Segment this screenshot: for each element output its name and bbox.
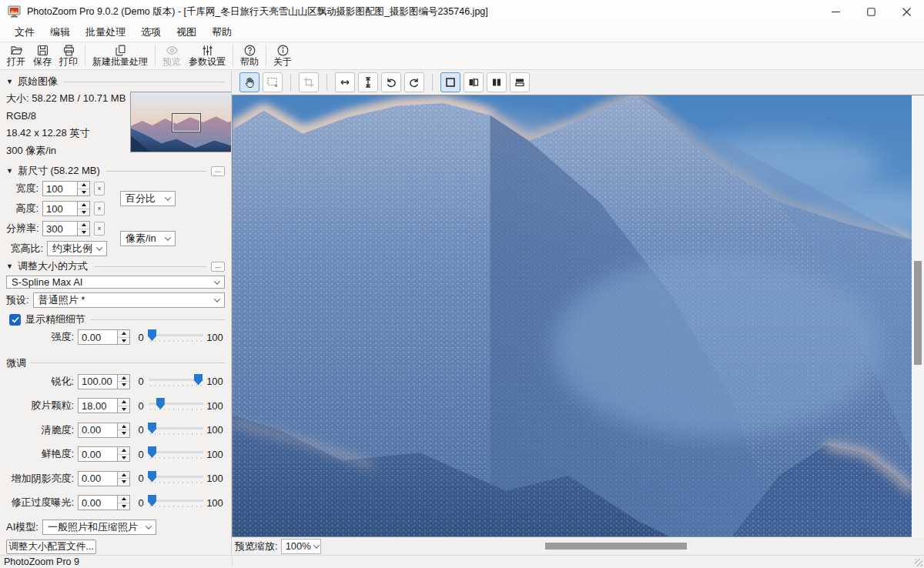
fix-overexposure-input[interactable]: 0.00 [78,495,118,510]
settings-panel: ▼ 原始图像 大小: 58.22 MB / 10.71 MB RGB/8 18.… [0,70,232,555]
hand-tool-button[interactable] [239,72,259,92]
resize-grip[interactable] [915,559,922,566]
crispness-stepper[interactable] [118,423,130,438]
slider-thumb[interactable] [156,398,165,409]
method-section-header[interactable]: ▼ 调整大小的方式 ... [6,259,225,273]
vividness-stepper[interactable] [118,446,130,462]
slider-thumb[interactable] [148,495,156,506]
new-batch-button[interactable]: 新建批量处理 [89,43,152,68]
about-button[interactable]: 关于 [270,43,296,68]
flip-vertical-icon [362,76,374,89]
strength-stepper[interactable] [118,329,130,345]
slider-thumb[interactable] [148,329,156,341]
menu-help[interactable]: 帮助 [205,23,239,42]
height-reset-button[interactable]: x [94,202,105,216]
resolution-unit-select[interactable]: 像素/in [120,231,176,246]
vividness-slider[interactable] [149,446,203,462]
preview-zoom-select[interactable]: 100% [281,539,321,554]
vertical-scrollbar[interactable] [912,95,924,537]
method-more-button[interactable]: ... [211,262,225,272]
minimize-button[interactable] [818,0,853,23]
slider-thumb[interactable] [194,374,203,386]
navigator-thumbnail[interactable] [130,92,232,152]
new-size-section-header[interactable]: ▼ 新尺寸 (58.22 MB) ... [6,164,225,178]
fix-overexposure-slider[interactable] [149,495,203,510]
stacked-view-button[interactable] [510,72,530,92]
toolbar-separator [266,45,266,66]
marquee-tool-button[interactable] [263,72,283,92]
split-view-button[interactable] [464,72,484,92]
rotate-ccw-button[interactable] [381,72,401,92]
fine-detail-checkbox[interactable] [9,314,21,326]
resolution-input[interactable]: 300 [42,221,78,236]
new-size-more-button[interactable]: ... [211,166,225,176]
check-icon [12,316,19,323]
menu-file[interactable]: 文件 [8,23,42,42]
brighten-shadows-label: 增加阴影亮度: [6,472,74,486]
height-stepper[interactable] [78,201,90,216]
ai-model-select[interactable]: 一般照片和压缩照片 [42,520,156,535]
flip-vertical-button[interactable] [358,72,378,92]
strength-slider[interactable] [149,329,203,345]
vividness-input[interactable]: 0.00 [78,446,118,462]
brighten-shadows-slider[interactable] [149,471,203,486]
flip-horizontal-button[interactable] [335,72,355,92]
folder-open-icon [10,44,23,57]
resolution-stepper[interactable] [78,221,90,236]
resolution-reset-button[interactable]: x [94,222,105,236]
width-stepper[interactable] [78,181,90,196]
original-section-header[interactable]: ▼ 原始图像 [6,75,225,89]
height-input[interactable]: 100 [42,201,78,216]
brighten-shadows-stepper[interactable] [118,471,130,486]
menu-bar: 文件 编辑 批量处理 选项 视图 帮助 [0,23,924,42]
open-button[interactable]: 打开 [3,43,29,68]
width-reset-button[interactable]: x [94,182,105,195]
film-grain-slider[interactable] [149,398,203,413]
help-button[interactable]: 帮助 [236,43,263,68]
preview-image[interactable] [232,95,912,537]
sharpen-input[interactable]: 100.00 [78,374,118,389]
algorithm-select[interactable]: S-Spline Max AI [6,276,225,289]
resize-profiles-button[interactable]: 调整大小配置文件... [6,540,96,554]
print-button[interactable]: 打印 [55,43,82,68]
fix-overexposure-stepper[interactable] [118,495,130,510]
aspect-select[interactable]: 约束比例 [47,241,107,256]
settings-button[interactable]: 参数设置 [185,43,229,68]
crispness-slider[interactable] [149,423,203,438]
sharpen-slider[interactable] [149,374,203,389]
side-by-side-view-button[interactable] [487,72,507,92]
single-view-button[interactable] [440,72,460,92]
slider-thumb[interactable] [148,471,156,483]
menu-view[interactable]: 视图 [169,23,203,42]
crispness-input[interactable]: 0.00 [78,423,118,438]
horizontal-scrollbar-thumb[interactable] [545,543,687,550]
menu-batch[interactable]: 批量处理 [79,23,132,42]
strength-input[interactable]: 0.00 [78,329,118,345]
preview-toolbar [232,70,924,95]
preset-select[interactable]: 普通照片 * [33,292,225,308]
size-unit-select[interactable]: 百分比 [120,191,176,206]
film-grain-stepper[interactable] [118,398,130,413]
fine-detail-checkbox-row[interactable]: 显示精细细节 [9,312,225,326]
close-button[interactable] [889,0,924,23]
rotate-cw-button[interactable] [404,72,424,92]
navigator-selection-rect[interactable] [172,114,200,132]
aspect-label: 宽高比: [6,242,43,256]
resolution-label: 分辨率: [6,222,38,236]
slider-thumb[interactable] [148,446,156,458]
horizontal-scrollbar[interactable] [321,537,912,555]
film-grain-input[interactable]: 18.00 [78,398,118,413]
brighten-shadows-input[interactable]: 0.00 [78,471,118,486]
toolbar-separator [85,45,85,66]
save-button[interactable]: 保存 [29,43,55,68]
ai-model-label: AI模型: [6,520,38,534]
maximize-button[interactable] [853,0,889,23]
menu-edit[interactable]: 编辑 [43,23,77,42]
vertical-scrollbar-thumb[interactable] [914,261,922,365]
width-input[interactable]: 100 [42,181,78,196]
original-size: 大小: 58.22 MB / 10.71 MB [6,90,126,108]
sharpen-stepper[interactable] [118,374,130,389]
original-mode: RGB/8 [6,108,126,125]
menu-options[interactable]: 选项 [134,23,168,42]
slider-thumb[interactable] [148,423,156,434]
